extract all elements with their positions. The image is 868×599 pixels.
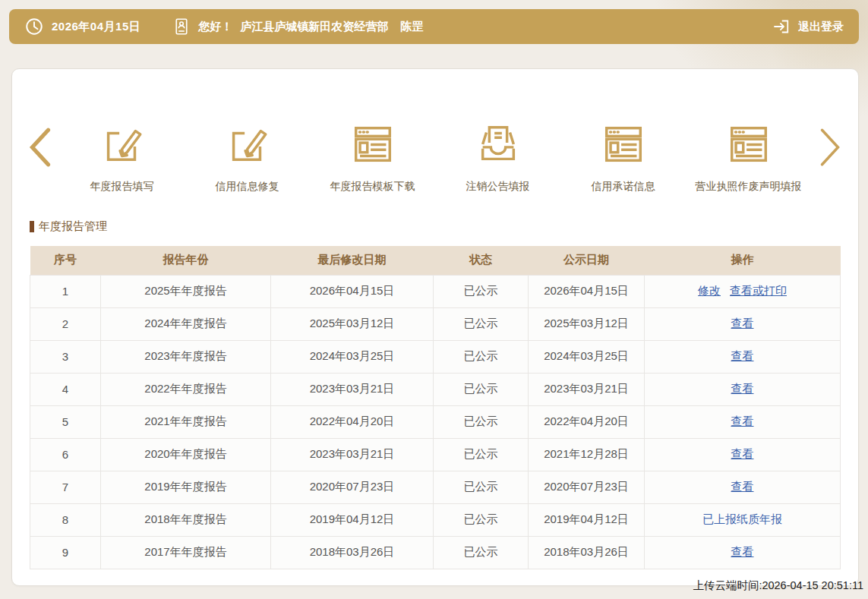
carousel-item-5[interactable]: 信用承诺信息 xyxy=(560,115,686,194)
logout-button[interactable]: 退出登录 xyxy=(772,17,844,36)
status: 已公示 xyxy=(434,503,529,536)
report-year: 2019年年度报告 xyxy=(101,471,271,503)
last-modified-date: 2019年04月12日 xyxy=(271,503,434,536)
row-number: 1 xyxy=(30,275,101,307)
status: 已公示 xyxy=(434,373,529,405)
publish-date: 2019年04月12日 xyxy=(529,503,645,536)
action-link[interactable]: 查看 xyxy=(731,415,754,427)
carousel-item-label: 年度报告填写 xyxy=(90,180,154,194)
last-modified-date: 2020年07月23日 xyxy=(271,471,434,503)
publish-date: 2021年12月28日 xyxy=(529,438,645,471)
table-row: 22024年年度报告2025年03月12日已公示2025年03月12日查看 xyxy=(30,307,841,340)
main-card: 年度报告填写信用信息修复年度报告模板下载注销公告填报信用承诺信息营业执照作废声明… xyxy=(11,68,859,586)
actions-cell: 查看 xyxy=(645,471,841,503)
row-number: 9 xyxy=(30,536,101,569)
row-number: 6 xyxy=(30,438,101,471)
edit-square-icon xyxy=(99,121,146,168)
action-link[interactable]: 修改 xyxy=(698,284,721,297)
action-link[interactable]: 查看 xyxy=(731,382,754,395)
section-bullet-icon xyxy=(30,221,34,232)
last-modified-date: 2025年03月12日 xyxy=(271,307,434,340)
status: 已公示 xyxy=(434,438,529,471)
action-status-link[interactable]: 已上报纸质年报 xyxy=(702,512,782,525)
top-bar-left: 2026年04月15日 您好！ 庐江县庐城镇新田农资经营部 陈罡 xyxy=(24,17,423,36)
action-link[interactable]: 查看 xyxy=(731,349,754,362)
status: 已公示 xyxy=(434,405,529,438)
column-header: 最后修改日期 xyxy=(271,246,434,275)
section-title-label: 年度报告管理 xyxy=(39,219,107,234)
last-modified-date: 2018年03月26日 xyxy=(271,536,434,569)
publish-date: 2025年03月12日 xyxy=(529,307,645,340)
carousel-item-2[interactable]: 信用信息修复 xyxy=(185,115,310,194)
browser-doc-icon xyxy=(349,121,396,168)
column-header: 报告年份 xyxy=(101,246,271,275)
browser-doc-icon xyxy=(725,121,772,168)
actions-cell: 查看 xyxy=(645,307,841,340)
table-row: 32023年年度报告2024年03月25日已公示2024年03月25日查看 xyxy=(30,340,841,373)
actions-cell: 查看 xyxy=(645,536,841,569)
carousel-item-6[interactable]: 营业执照作废声明填报 xyxy=(686,115,811,194)
report-table-body: 12025年年度报告2026年04月15日已公示2026年04月15日修改查看或… xyxy=(30,275,841,569)
top-bar: 2026年04月15日 您好！ 庐江县庐城镇新田农资经营部 陈罡 退出登录 xyxy=(9,9,859,44)
carousel-next-button[interactable] xyxy=(813,124,847,171)
table-row: 42022年年度报告2023年03月21日已公示2023年03月21日查看 xyxy=(30,373,841,405)
row-number: 8 xyxy=(30,503,101,536)
action-link[interactable]: 查看 xyxy=(731,545,754,558)
annual-report-table: 序号报告年份最后修改日期状态公示日期操作 12025年年度报告2026年04月1… xyxy=(30,246,841,569)
clock-icon xyxy=(24,17,44,36)
carousel-item-3[interactable]: 年度报告模板下载 xyxy=(310,115,435,194)
table-row: 92017年年度报告2018年03月26日已公示2018年03月26日查看 xyxy=(30,536,841,569)
table-row: 52021年年度报告2022年04月20日已公示2022年04月20日查看 xyxy=(30,405,841,438)
greeting-label: 您好！ xyxy=(198,20,232,34)
action-link[interactable]: 查看或打印 xyxy=(730,284,787,297)
row-number: 7 xyxy=(30,471,101,503)
section-title: 年度报告管理 xyxy=(30,219,107,234)
table-header-row: 序号报告年份最后修改日期状态公示日期操作 xyxy=(30,246,841,275)
carousel-item-4[interactable]: 注销公告填报 xyxy=(435,115,560,194)
column-header: 公示日期 xyxy=(529,246,645,275)
report-year: 2020年年度报告 xyxy=(101,438,271,471)
publish-date: 2023年03月21日 xyxy=(529,373,645,405)
column-header: 状态 xyxy=(434,246,529,275)
user-name: 陈罡 xyxy=(400,20,423,34)
publish-date: 2024年03月25日 xyxy=(529,340,645,373)
inbox-doc-icon xyxy=(475,121,522,168)
action-link[interactable]: 查看 xyxy=(731,447,754,460)
actions-cell: 修改查看或打印 xyxy=(645,275,841,307)
report-year: 2023年年度报告 xyxy=(101,340,271,373)
carousel-prev-button[interactable] xyxy=(23,124,58,171)
row-number: 3 xyxy=(30,340,101,373)
report-year: 2025年年度报告 xyxy=(101,275,271,307)
carousel-item-label: 注销公告填报 xyxy=(466,180,530,194)
last-modified-date: 2022年04月20日 xyxy=(271,405,434,438)
row-number: 4 xyxy=(30,373,101,405)
column-header: 操作 xyxy=(645,246,841,275)
current-date: 2026年04月15日 xyxy=(52,20,140,34)
report-year: 2018年年度报告 xyxy=(101,503,271,536)
last-modified-date: 2024年03月25日 xyxy=(271,340,434,373)
carousel-item-label: 年度报告模板下载 xyxy=(330,180,415,194)
actions-cell: 查看 xyxy=(645,373,841,405)
status: 已公示 xyxy=(434,307,529,340)
report-year: 2022年年度报告 xyxy=(101,373,271,405)
report-year: 2024年年度报告 xyxy=(101,307,271,340)
actions-cell: 查看 xyxy=(645,340,841,373)
carousel-item-1[interactable]: 年度报告填写 xyxy=(59,115,185,194)
action-link[interactable]: 查看 xyxy=(731,480,754,493)
logout-icon xyxy=(772,17,791,36)
logout-label: 退出登录 xyxy=(798,20,844,34)
last-modified-date: 2026年04月15日 xyxy=(271,275,434,307)
id-badge-icon xyxy=(172,17,191,36)
actions-cell: 已上报纸质年报 xyxy=(645,503,841,536)
publish-date: 2026年04月15日 xyxy=(529,275,645,307)
edit-square-icon xyxy=(224,121,271,168)
action-link[interactable]: 查看 xyxy=(731,317,754,329)
carousel-item-label: 信用承诺信息 xyxy=(592,180,655,194)
upload-time-label: 上传云端时间:2026-04-15 20:51:11 xyxy=(693,579,863,593)
table-row: 62020年年度报告2023年03月21日已公示2021年12月28日查看 xyxy=(30,438,841,471)
status: 已公示 xyxy=(434,536,529,569)
publish-date: 2018年03月26日 xyxy=(529,536,645,569)
table-row: 82018年年度报告2019年04月12日已公示2019年04月12日已上报纸质… xyxy=(30,503,841,536)
report-year: 2017年年度报告 xyxy=(101,536,271,569)
status: 已公示 xyxy=(434,275,529,307)
